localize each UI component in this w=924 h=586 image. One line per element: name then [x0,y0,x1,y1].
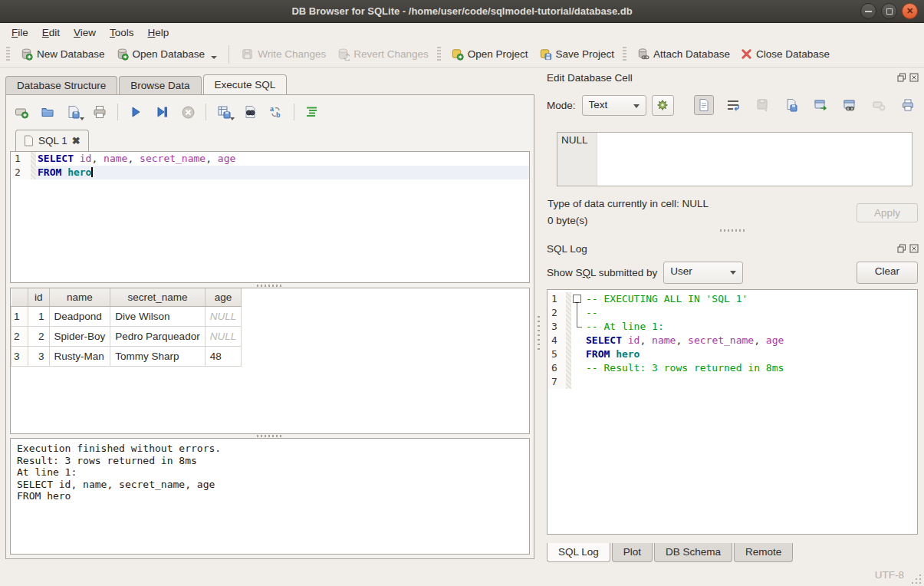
menu-item-tools[interactable]: Tools [103,25,141,41]
dock-tab-plot[interactable]: Plot [612,543,653,562]
main-splitter[interactable] [536,314,541,351]
close-button[interactable]: ✕ [902,3,918,19]
tab-database-structure[interactable]: Database Structure [5,76,117,94]
tab-execute-sql[interactable]: Execute SQL [203,74,288,94]
toolbar-drag-handle[interactable] [6,47,10,62]
menu-item-file[interactable]: File [5,25,35,41]
replace-button[interactable]: a b [267,103,285,121]
table-cell[interactable]: Pedro Parqueador [110,326,205,346]
find-button[interactable] [241,103,259,121]
tab-browse-data[interactable]: Browse Data [119,76,201,94]
table-cell[interactable]: NULL [205,326,242,346]
open-in-external-button[interactable] [811,95,830,115]
menu-item-view[interactable]: View [67,25,103,41]
save-project-icon [539,48,552,61]
resize-grip[interactable] [912,574,922,584]
auto-format-button[interactable] [303,103,321,121]
new-sql-tab-button[interactable] [12,103,31,121]
column-header-age[interactable]: age [205,288,242,306]
open-database-dropdown-icon[interactable] [211,56,217,59]
revert-changes-button[interactable]: Revert Changes [331,44,434,64]
execution-message-box: Execution finished without errors. Resul… [10,438,530,555]
close-database-button[interactable]: Close Database [735,45,835,63]
attach-database-button[interactable]: Attach Database [631,44,735,64]
set-null-button[interactable] [869,95,889,115]
gutter-strip [566,334,571,347]
open-project-button[interactable]: Open Project [446,44,534,64]
close-dock-icon[interactable] [909,244,919,253]
print-icon [901,98,915,112]
sql-1-tab[interactable]: SQL 1 ✖ [15,130,89,152]
execute-all-button[interactable] [127,103,145,121]
table-cell[interactable]: 1 [28,306,50,326]
table-cell[interactable]: 3 [28,346,50,366]
column-header-secret_name[interactable]: secret_name [110,288,205,306]
log-filter-select[interactable]: User [663,262,743,284]
menu-item-edit[interactable]: Edit [35,25,67,41]
sql-log-editor[interactable]: 1-- EXECUTING ALL IN 'SQL 1'2--3-- At li… [547,289,918,535]
dock-splitter[interactable] [547,228,919,233]
execute-current-line-icon [155,105,169,119]
table-cell[interactable]: 2 [28,326,50,346]
import-data-button[interactable] [752,95,772,115]
table-cell[interactable]: Dive Wilson [110,306,205,326]
execute-sql-panel: a b SQL 1 ✖ [5,94,534,559]
export-results-button[interactable] [215,103,233,121]
minimize-button[interactable] [860,3,876,19]
table-cell[interactable]: NULL [205,306,242,326]
float-dock-icon[interactable] [897,244,906,253]
maximize-button[interactable] [881,3,897,19]
print-sql-button[interactable] [90,103,109,121]
table-cell[interactable]: Deadpond [49,306,110,326]
mode-select[interactable]: Text [582,95,646,116]
save-sql-dropdown-icon[interactable] [80,117,84,120]
clear-log-button[interactable]: Clear [857,262,918,284]
open-database-button[interactable]: Open Database [110,44,223,64]
open-sql-file-icon [40,104,55,120]
float-dock-icon[interactable] [897,73,906,82]
dock-tab-db-schema[interactable]: DB Schema [654,543,732,562]
line-number: 4 [547,334,566,347]
log-filter-label: Show SQL submitted by [547,267,657,278]
table-cell[interactable]: 48 [205,346,242,366]
word-wrap-button[interactable] [723,95,743,115]
table-row[interactable]: 22Spider-BoyPedro ParqueadorNULL [12,326,242,346]
export-data-button[interactable] [781,95,801,115]
column-header-name[interactable]: name [49,288,110,306]
fold-marker[interactable] [571,292,584,306]
close-dock-icon[interactable] [909,73,919,82]
main-tabs: Database Structure Browse Data Execute S… [5,74,534,94]
dock-tab-remote[interactable]: Remote [734,543,793,562]
save-sql-file-button[interactable] [64,103,83,121]
table-cell[interactable]: Tommy Sharp [110,346,205,366]
column-header-id[interactable]: id [28,288,50,306]
execute-current-line-button[interactable] [153,103,171,121]
menu-item-help[interactable]: Help [141,25,176,41]
table-cell[interactable]: Rusty-Man [49,346,110,366]
save-project-button[interactable]: Save Project [534,44,620,64]
clear-label: Clear [875,265,899,277]
dock-tab-sql-log[interactable]: SQL Log [547,543,610,562]
table-row[interactable]: 11DeadpondDive WilsonNULL [12,306,242,326]
mode-value: Text [589,99,608,110]
auto-switch-mode-button[interactable] [652,95,674,116]
new-database-button[interactable]: New Database [15,44,110,64]
sql-tab-close-icon[interactable]: ✖ [72,136,81,146]
print-cell-button[interactable] [898,95,918,115]
sql-file-icon [24,135,34,146]
table-row[interactable]: 33Rusty-ManTommy Sharp48 [12,346,242,366]
write-changes-button[interactable]: Write Changes [235,44,331,64]
export-dropdown-icon[interactable] [230,117,235,120]
toolbar-drag-handle[interactable] [437,47,441,62]
main-toolbar: New Database Open Database Write Changes [0,41,924,67]
apply-button[interactable]: Apply [857,203,918,222]
table-cell[interactable]: Spider-Boy [49,326,110,346]
open-sql-file-button[interactable] [38,103,57,121]
toolbar-drag-handle[interactable] [623,47,626,62]
sql-editor[interactable]: 1SELECT id, name, secret_name, age2FROM … [10,151,530,283]
text-mode-button[interactable] [694,95,714,115]
copy-link-button[interactable] [840,95,860,115]
cell-value-editor[interactable]: NULL [557,132,912,186]
code-line: 2FROM hero [11,166,529,179]
stop-button[interactable] [179,103,197,121]
